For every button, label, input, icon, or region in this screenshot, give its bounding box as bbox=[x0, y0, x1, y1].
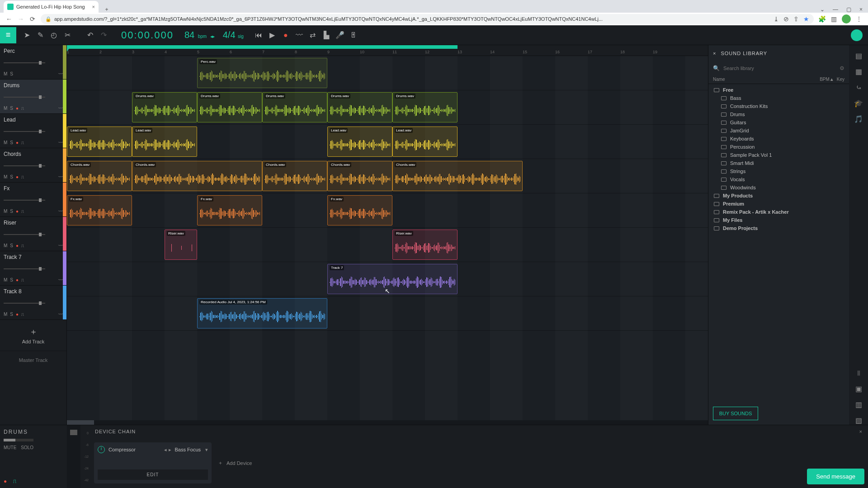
audio-clip[interactable]: Lead.wav bbox=[132, 127, 197, 157]
audio-clip[interactable]: Perc.wav bbox=[197, 58, 327, 88]
solo-button[interactable]: S bbox=[10, 174, 13, 179]
record-arm-icon[interactable]: ● bbox=[16, 312, 19, 317]
track-head-chords[interactable]: Chords MS●⎍〰 bbox=[0, 148, 66, 183]
close-window-icon[interactable]: × bbox=[859, 6, 863, 13]
library-folder[interactable]: Remix Pack - Artik x Kacher bbox=[708, 208, 849, 216]
track-head-perc[interactable]: Perc MS〰 bbox=[0, 45, 66, 80]
mute-button[interactable]: M bbox=[4, 243, 7, 248]
automation-toggle-icon[interactable]: 〰 bbox=[58, 106, 63, 111]
library-folder[interactable]: Smart Midi bbox=[708, 159, 849, 167]
mute-button[interactable]: M bbox=[4, 174, 7, 179]
device-edit-button[interactable]: EDIT bbox=[98, 469, 208, 480]
back-icon[interactable]: ← bbox=[5, 15, 13, 23]
audio-clip[interactable]: Recorded Audio Jul 4, 2023, 1:24:56 PM bbox=[197, 298, 327, 328]
share-icon[interactable]: ⇪ bbox=[793, 15, 799, 23]
library-folder[interactable]: Vocals bbox=[708, 175, 849, 183]
automation-toggle-icon[interactable]: 〰 bbox=[58, 140, 63, 145]
volume-slider[interactable] bbox=[4, 165, 45, 166]
library-folder[interactable]: Free bbox=[708, 86, 849, 94]
audio-clip[interactable]: Lead.wav bbox=[392, 127, 458, 157]
new-tab-button[interactable]: + bbox=[102, 6, 111, 13]
monitor-icon[interactable]: ⎍ bbox=[21, 140, 24, 145]
redo-icon[interactable]: ↷ bbox=[97, 31, 110, 39]
metronome-icon[interactable]: ▙ bbox=[320, 31, 333, 39]
master-track[interactable]: Master Track bbox=[0, 351, 66, 369]
record-arm-icon[interactable]: ● bbox=[16, 174, 19, 179]
mute-button[interactable]: M bbox=[4, 277, 7, 282]
library-search-input[interactable] bbox=[723, 66, 836, 71]
close-panel-icon[interactable]: × bbox=[713, 51, 716, 56]
mute-button[interactable]: M bbox=[4, 71, 7, 76]
close-devices-icon[interactable]: × bbox=[859, 429, 863, 434]
library-folder[interactable]: Sample Pack Vol 1 bbox=[708, 151, 849, 159]
install-icon[interactable]: ⤓ bbox=[774, 15, 779, 23]
help-icon[interactable]: ⤿ bbox=[856, 83, 862, 92]
audio-clip[interactable]: Drums.wav bbox=[392, 92, 458, 122]
arrange-lane[interactable]: Recorded Audio Jul 4, 2023, 1:24:56 PM bbox=[67, 296, 708, 331]
filter-icon[interactable]: ⚙ bbox=[840, 65, 844, 71]
mic-settings-icon[interactable]: 🎤 bbox=[333, 31, 347, 39]
library-folder[interactable]: Drums bbox=[708, 110, 849, 118]
record-icon[interactable]: ● bbox=[279, 31, 292, 39]
preset-prev-icon[interactable]: ◂ bbox=[164, 447, 167, 453]
track-head-lead[interactable]: Lead MS●⎍〰 bbox=[0, 114, 66, 148]
user-avatar[interactable] bbox=[851, 29, 863, 41]
solo-button[interactable]: S bbox=[10, 312, 13, 317]
audio-clip[interactable]: Fx.wav bbox=[327, 195, 392, 225]
arrange-lane[interactable]: Riser.wavRiser.wav bbox=[67, 228, 708, 262]
volume-slider[interactable] bbox=[4, 62, 45, 63]
audio-clip[interactable]: Track 7 bbox=[327, 264, 458, 294]
monitor-icon[interactable]: ⎍ bbox=[21, 106, 24, 111]
solo-button[interactable]: SOLO bbox=[21, 445, 33, 450]
forward-icon[interactable]: → bbox=[17, 15, 24, 23]
horizontal-scrollbar[interactable] bbox=[67, 420, 708, 425]
library-folder[interactable]: Bass bbox=[708, 94, 849, 102]
arrange-view[interactable]: 12345678910111213141516171819 Perc.wavDr… bbox=[67, 45, 708, 425]
send-message-button[interactable]: Send message bbox=[807, 469, 864, 484]
arrange-grid[interactable]: Perc.wavDrums.wavDrums.wavDrums.wavDrums… bbox=[67, 56, 708, 425]
browser-tab[interactable]: Generated Lo-Fi Hip Hop Song × bbox=[4, 1, 99, 13]
monitor-icon[interactable]: ⎍ bbox=[21, 312, 24, 317]
fader-knob[interactable] bbox=[70, 430, 77, 435]
library-folder[interactable]: My Products bbox=[708, 192, 849, 200]
note-view-icon[interactable]: ▤ bbox=[855, 52, 862, 60]
add-device-button[interactable]: ＋ Add Device bbox=[218, 442, 252, 483]
audio-clip[interactable]: Drums.wav bbox=[327, 92, 392, 122]
solo-button[interactable]: S bbox=[10, 71, 13, 76]
audio-clip[interactable]: Chords.wav bbox=[132, 161, 262, 191]
audio-clip[interactable]: Fx.wav bbox=[197, 195, 262, 225]
volume-slider[interactable] bbox=[4, 303, 45, 304]
library-folder[interactable]: Construction Kits bbox=[708, 102, 849, 110]
solo-button[interactable]: S bbox=[10, 106, 13, 111]
reload-icon[interactable]: ⟳ bbox=[29, 15, 36, 23]
mixer-icon[interactable]: 🎚 bbox=[347, 31, 360, 39]
volume-slider[interactable] bbox=[4, 131, 45, 132]
fader[interactable] bbox=[67, 425, 80, 488]
monitor-icon[interactable]: ⎍ bbox=[21, 277, 24, 282]
library-folder[interactable]: Percussion bbox=[708, 143, 849, 151]
audio-clip[interactable]: Drums.wav bbox=[262, 92, 327, 122]
col-bpm[interactable]: BPM▲ bbox=[820, 77, 834, 82]
automation-toggle-icon[interactable]: 〰 bbox=[58, 209, 63, 214]
arrange-lane[interactable]: Perc.wav bbox=[67, 56, 708, 90]
mute-button[interactable]: MUTE bbox=[4, 445, 16, 450]
library-folder[interactable]: My Files bbox=[708, 216, 849, 224]
audio-clip[interactable]: Chords.wav bbox=[327, 161, 392, 191]
track-head-track 7[interactable]: Track 7 MS●⎍〰 bbox=[0, 251, 66, 286]
library-folder[interactable]: JamGrid bbox=[708, 127, 849, 135]
timeline-ruler[interactable]: 12345678910111213141516171819 bbox=[67, 45, 708, 56]
arrange-lane[interactable]: Chords.wavChords.wavChords.wavChords.wav… bbox=[67, 159, 708, 193]
piano-icon[interactable]: ▥ bbox=[855, 400, 862, 409]
col-name[interactable]: Name bbox=[713, 77, 820, 82]
preset-name[interactable]: Bass Focus bbox=[175, 447, 201, 453]
mute-button[interactable]: M bbox=[4, 312, 7, 317]
bpm-display[interactable]: 84 bpm ◂▸ bbox=[184, 30, 215, 40]
play-icon[interactable]: ▶ bbox=[265, 31, 279, 39]
audio-clip[interactable]: Riser.wav bbox=[392, 230, 458, 260]
audio-clip[interactable]: Chords.wav bbox=[67, 161, 132, 191]
loop-region[interactable] bbox=[67, 45, 458, 49]
volume-slider[interactable] bbox=[4, 268, 45, 269]
arrange-lane[interactable]: Lead.wavLead.wavLead.wavLead.wav bbox=[67, 125, 708, 159]
audio-clip[interactable]: Fx.wav bbox=[67, 195, 132, 225]
editor-icon[interactable]: ▣ bbox=[855, 385, 862, 393]
